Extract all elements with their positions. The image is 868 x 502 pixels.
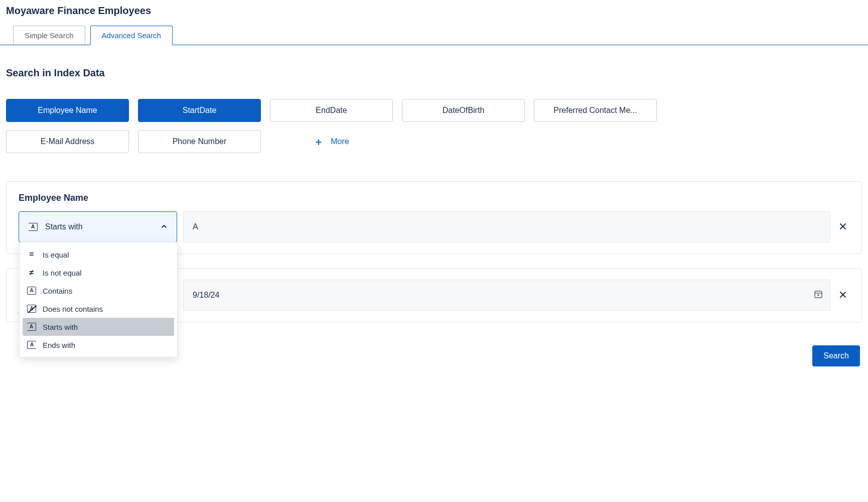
not-equal-icon: ≠: [27, 268, 37, 278]
operator-option-contains[interactable]: A Contains: [23, 282, 174, 300]
starts-with-icon: A: [27, 322, 37, 332]
option-label: Ends with: [43, 341, 75, 349]
value-text: 9/18/24: [193, 291, 219, 300]
field-chip-enddate[interactable]: EndDate: [270, 99, 393, 122]
page-title: Moyaware Finance Employees: [0, 0, 868, 26]
operator-option-does-not-contains[interactable]: A Does not contains: [23, 300, 174, 318]
section-heading: Search in Index Data: [6, 67, 862, 79]
option-label: Starts with: [43, 323, 78, 331]
operator-label: Starts with: [45, 222, 161, 231]
field-chip-email[interactable]: E-Mail Address: [6, 130, 129, 153]
option-label: Is equal: [43, 250, 69, 259]
operator-select[interactable]: A Starts with = Is equal ≠ Is not equal: [19, 211, 177, 242]
field-chip-phone[interactable]: Phone Number: [138, 130, 261, 153]
field-chip-startdate[interactable]: StartDate: [138, 99, 261, 122]
operator-option-is-equal[interactable]: = Is equal: [23, 245, 174, 264]
operator-option-ends-with[interactable]: A Ends with: [23, 336, 174, 354]
ends-with-icon: A: [27, 340, 37, 350]
option-label: Contains: [43, 287, 72, 295]
plus-icon: ＋: [314, 135, 324, 149]
tab-advanced-search[interactable]: Advanced Search: [90, 26, 173, 45]
option-label: Is not equal: [43, 269, 82, 277]
more-fields-button[interactable]: ＋ More: [270, 130, 393, 153]
tab-simple-search[interactable]: Simple Search: [13, 26, 85, 45]
close-icon: [839, 291, 847, 299]
not-contains-icon: A: [27, 304, 37, 314]
field-chip-dateofbirth[interactable]: DateOfBirth: [402, 99, 525, 122]
remove-criteria-button[interactable]: [836, 290, 849, 301]
equal-icon: =: [27, 249, 37, 260]
operator-dropdown: = Is equal ≠ Is not equal A Contains A D…: [19, 242, 178, 357]
criteria-title: Employee Name: [19, 193, 849, 203]
value-text: A: [193, 222, 198, 231]
criteria-value-input[interactable]: A: [183, 211, 830, 242]
search-button[interactable]: Search: [812, 345, 860, 366]
svg-rect-2: [818, 295, 819, 296]
close-icon: [839, 222, 847, 230]
option-label: Does not contains: [43, 305, 103, 313]
operator-option-is-not-equal[interactable]: ≠ Is not equal: [23, 264, 174, 282]
calendar-icon[interactable]: [814, 290, 823, 301]
criteria-date-input[interactable]: 9/18/24: [183, 280, 830, 311]
criteria-card-employee-name: Employee Name A Starts with = Is equal: [6, 181, 862, 254]
field-chip-employee-name[interactable]: Employee Name: [6, 99, 129, 122]
field-chip-preferred-contact[interactable]: Preferred Contact Me...: [534, 99, 657, 122]
tab-bar: Simple Search Advanced Search: [0, 26, 868, 45]
contains-icon: A: [27, 286, 37, 296]
more-label: More: [331, 137, 349, 146]
starts-with-icon: A: [28, 222, 38, 232]
operator-option-starts-with[interactable]: A Starts with: [23, 318, 174, 336]
field-chip-grid: Employee Name StartDate EndDate DateOfBi…: [6, 99, 668, 153]
remove-criteria-button[interactable]: [836, 221, 849, 233]
chevron-up-icon: [161, 223, 168, 231]
